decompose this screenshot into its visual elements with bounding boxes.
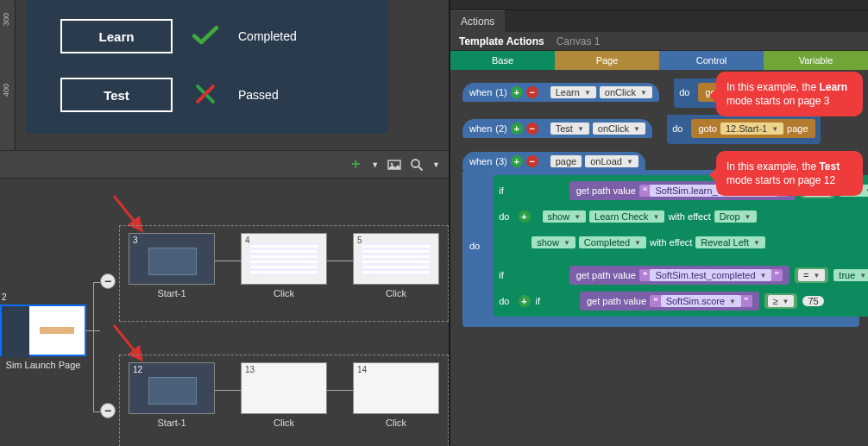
path-dropdown[interactable]: SoftSim.score▼ — [661, 295, 741, 307]
remove-condition-icon[interactable]: − — [526, 155, 538, 167]
page-number: 2 — [2, 292, 7, 302]
page-label: Click — [274, 418, 294, 428]
image-tool-icon[interactable] — [387, 158, 401, 172]
remove-condition-icon[interactable]: − — [526, 122, 538, 135]
number-input[interactable]: 75 — [802, 296, 823, 306]
subtab-template-actions[interactable]: Template Actions — [459, 35, 544, 47]
value-dropdown[interactable]: true▼ — [833, 269, 868, 281]
page-label: Sim Launch Page — [0, 360, 86, 370]
storyboard-area: 2 Sim Launch Page − − — [0, 179, 449, 446]
page-thumb[interactable]: 14 Click — [353, 362, 439, 428]
event-dropdown[interactable]: onClick▼ — [593, 122, 645, 135]
page-label: Start-1 — [157, 288, 186, 298]
page-thumb[interactable]: 3 Start-1 — [129, 233, 215, 298]
page-thumb[interactable]: 4 Click — [241, 233, 327, 298]
effect-dropdown[interactable]: Reveal Left▼ — [695, 236, 765, 248]
path-dropdown[interactable]: SoftSim.test_completed▼ — [650, 269, 771, 281]
actions-subtabs: Template Actions Canvas 1 — [450, 32, 868, 51]
x-icon — [192, 83, 219, 108]
page-label: Click — [386, 418, 406, 428]
target-dropdown[interactable]: Completed▼ — [579, 236, 646, 248]
event-dropdown[interactable]: onClick▼ — [600, 86, 652, 98]
page-thumb[interactable]: 13 Click — [241, 362, 327, 428]
page-label: Click — [274, 288, 294, 298]
collapse-branch-icon[interactable]: − — [100, 273, 116, 289]
panel-tabs: Actions — [450, 10, 868, 32]
add-icon[interactable]: + — [519, 210, 531, 223]
page-dropdown[interactable]: 12.Start-1▼ — [720, 122, 783, 135]
svg-point-2 — [412, 160, 419, 167]
event-dropdown[interactable]: onLoad▼ — [585, 155, 638, 167]
page-thumb[interactable]: 5 Click — [353, 233, 439, 298]
add-condition-icon[interactable]: + — [511, 122, 523, 135]
ruler-tick: 300 — [2, 13, 10, 26]
add-icon[interactable]: + — [519, 295, 531, 307]
goto-block[interactable]: goto 12.Start-1▼ page — [691, 119, 815, 138]
add-icon[interactable]: + — [349, 158, 362, 172]
branch-group: 12 Start-1 13 Click 14 Click — [119, 355, 449, 446]
cat-variable[interactable]: Variable — [764, 51, 868, 70]
branch-group: 3 Start-1 4 Click 5 Click — [119, 225, 449, 322]
collapse-branch-icon[interactable]: − — [100, 403, 116, 418]
target-dropdown[interactable]: Learn Check▼ — [589, 210, 664, 223]
chevron-down-icon[interactable]: ▼ — [371, 160, 379, 169]
when-block[interactable]: when (2) + − Test▼ onClick▼ do goto 12.S… — [462, 115, 859, 144]
remove-condition-icon[interactable]: − — [526, 86, 538, 98]
passed-label: Passed — [238, 88, 279, 102]
test-button[interactable]: Test — [60, 78, 173, 112]
zoom-icon[interactable] — [410, 158, 424, 172]
vertical-ruler: 300 400 — [0, 0, 16, 150]
show-block[interactable]: show▼ Completed▼ with effect Reveal Left… — [525, 233, 772, 252]
cat-control[interactable]: Control — [659, 51, 764, 70]
slide-canvas: Learn Completed Test Passed — [26, 0, 388, 134]
sim-launch-page-thumb[interactable]: 2 Sim Launch Page — [0, 305, 86, 370]
annotation-callout: In this example, the Test mode starts on… — [716, 151, 863, 196]
page-label: Start-1 — [157, 418, 186, 428]
add-condition-icon[interactable]: + — [511, 86, 523, 98]
tab-actions[interactable]: Actions — [450, 10, 505, 32]
cat-page[interactable]: Page — [555, 51, 659, 70]
get-path-value-block[interactable]: get path value “SoftSim.test_completed▼” — [569, 266, 789, 285]
gte-operator[interactable]: ≥▼ — [764, 293, 798, 309]
canvas-toolstrip: + ▼ ▼ — [0, 150, 449, 179]
get-path-value-block[interactable]: get path value “SoftSim.score▼” — [580, 292, 759, 311]
effect-dropdown[interactable]: Drop▼ — [714, 210, 757, 223]
block-categories: Base Page Control Variable — [450, 51, 868, 70]
learn-button[interactable]: Learn — [60, 19, 173, 53]
svg-line-3 — [418, 166, 423, 171]
chevron-down-icon[interactable]: ▼ — [432, 160, 440, 169]
page-label: Click — [386, 288, 406, 298]
show-block[interactable]: show▼ Learn Check▼ with effect Drop▼ — [536, 207, 764, 226]
properties-strip — [450, 0, 868, 10]
add-condition-icon[interactable]: + — [511, 155, 523, 167]
blocks-workspace[interactable]: In this example, the Learn mode starts o… — [450, 70, 868, 446]
checkmark-icon — [192, 24, 219, 49]
control-dropdown[interactable]: Test▼ — [550, 122, 589, 135]
ruler-tick: 400 — [2, 84, 10, 97]
equals-operator[interactable]: =▼ — [795, 267, 828, 283]
subtab-canvas1[interactable]: Canvas 1 — [557, 35, 601, 47]
control-dropdown[interactable]: Learn▼ — [550, 86, 596, 98]
completed-label: Completed — [238, 29, 297, 43]
svg-point-1 — [391, 162, 393, 165]
target-dropdown[interactable]: page — [550, 155, 582, 167]
canvas-preview-area: 300 400 Learn Completed Test — [0, 0, 449, 150]
page-thumb[interactable]: 12 Start-1 — [129, 362, 215, 428]
annotation-callout: In this example, the Learn mode starts o… — [716, 72, 863, 116]
cat-base[interactable]: Base — [450, 51, 555, 70]
